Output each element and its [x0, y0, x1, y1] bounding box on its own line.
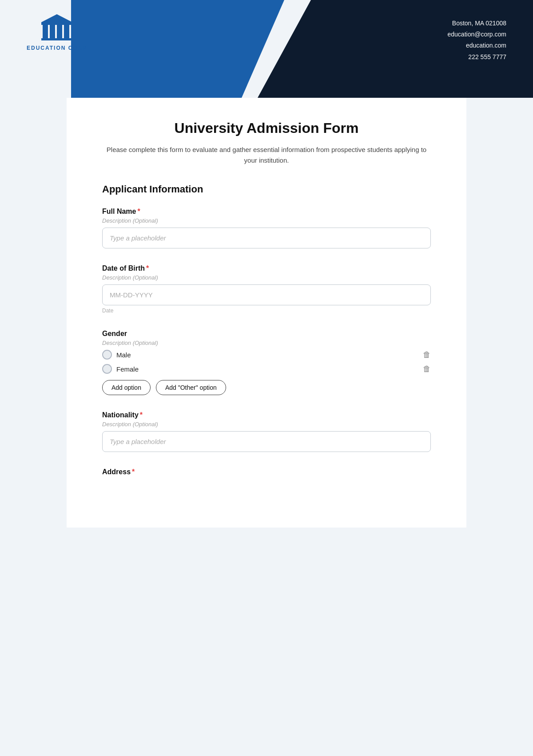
- logo-text: EDUCATION CORP: [27, 45, 87, 51]
- input-full-name[interactable]: [102, 228, 431, 248]
- field-gender: Gender Description (Optional) Male 🗑 Fem…: [102, 330, 431, 395]
- hint-date-of-birth: Date: [102, 308, 431, 314]
- form-title: University Admission Form: [102, 120, 431, 136]
- delete-male-icon[interactable]: 🗑: [423, 350, 431, 360]
- form-subtitle: Please complete this form to evaluate an…: [102, 144, 431, 166]
- contact-email: education@corp.com: [447, 29, 506, 40]
- svg-rect-0: [41, 22, 72, 25]
- header: EDUCATION CORP Boston, MA 021008 educati…: [0, 0, 533, 98]
- label-full-name: Full Name*: [102, 208, 431, 216]
- field-full-name: Full Name* Description (Optional): [102, 208, 431, 248]
- description-gender: Description (Optional): [102, 340, 431, 346]
- svg-rect-4: [64, 25, 69, 38]
- description-full-name: Description (Optional): [102, 217, 431, 224]
- field-nationality: Nationality* Description (Optional): [102, 411, 431, 452]
- input-date-of-birth[interactable]: [102, 284, 431, 305]
- contact-phone: 222 555 7777: [447, 52, 506, 63]
- contact-info: Boston, MA 021008 education@corp.com edu…: [447, 18, 506, 63]
- add-option-button[interactable]: Add option: [102, 380, 151, 395]
- input-nationality[interactable]: [102, 431, 431, 452]
- svg-rect-3: [57, 25, 62, 38]
- radio-label-male: Male: [116, 351, 131, 359]
- label-date-of-birth: Date of Birth*: [102, 264, 431, 272]
- svg-rect-2: [50, 25, 55, 38]
- add-options-row: Add option Add "Other" option: [102, 380, 431, 395]
- svg-marker-6: [41, 14, 72, 22]
- contact-website: education.com: [447, 40, 506, 51]
- logo-icon: [39, 13, 75, 42]
- label-address: Address*: [102, 468, 431, 476]
- delete-female-icon[interactable]: 🗑: [423, 364, 431, 374]
- field-date-of-birth: Date of Birth* Description (Optional) Da…: [102, 264, 431, 314]
- svg-rect-1: [43, 25, 48, 38]
- logo-area: EDUCATION CORP: [27, 13, 87, 51]
- label-nationality: Nationality*: [102, 411, 431, 419]
- radio-male[interactable]: [102, 350, 112, 360]
- add-other-option-button[interactable]: Add "Other" option: [156, 380, 226, 395]
- main-content: University Admission Form Please complet…: [67, 98, 466, 528]
- radio-option-male: Male 🗑: [102, 350, 431, 360]
- radio-female[interactable]: [102, 364, 112, 374]
- contact-address: Boston, MA 021008: [447, 18, 506, 29]
- field-address: Address*: [102, 468, 431, 476]
- header-blue-shape: [71, 0, 284, 98]
- section-heading: Applicant Information: [102, 184, 431, 195]
- description-nationality: Description (Optional): [102, 421, 431, 428]
- radio-label-female: Female: [116, 365, 139, 373]
- radio-option-female: Female 🗑: [102, 364, 431, 374]
- svg-rect-5: [41, 38, 72, 40]
- label-gender: Gender: [102, 330, 431, 338]
- description-date-of-birth: Description (Optional): [102, 274, 431, 281]
